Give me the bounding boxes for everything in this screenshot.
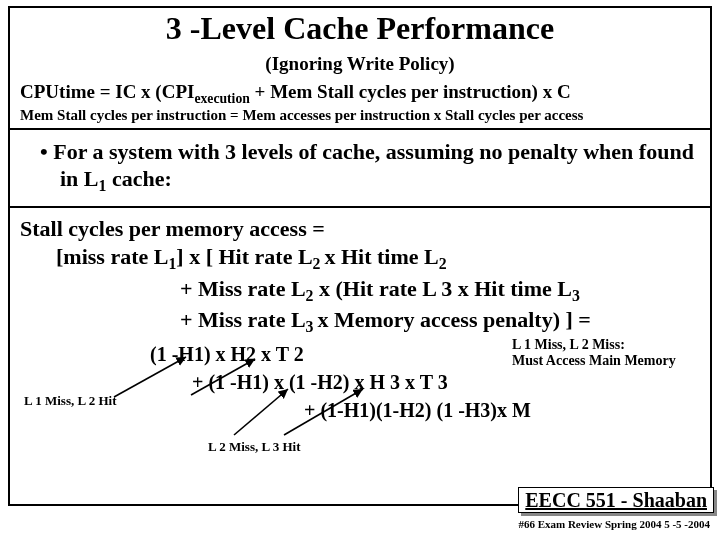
- equation-cputime: CPUtime = IC x (CPIexecution + Mem Stall…: [20, 81, 700, 107]
- arrow-l2miss-l3hit-2: [278, 385, 378, 440]
- expansion-block: (1 -H1) x H2 x T 2 + (1 -H1) x (1 -H2) x…: [20, 343, 700, 473]
- stall-eq-line1: [miss rate L1] x [ Hit rate L2 x Hit tim…: [20, 244, 700, 273]
- miss-note-line1: L 1 Miss, L 2 Miss:: [512, 337, 625, 354]
- divider-top: [10, 128, 710, 130]
- stall-heading: Stall cycles per memory access =: [20, 216, 700, 242]
- bullet-text: For a system with 3 levels of cache, ass…: [53, 139, 694, 192]
- svg-line-0: [114, 357, 186, 397]
- slide-frame: 3 -Level Cache Performance (Ignoring Wri…: [8, 6, 712, 506]
- label-l1miss-l2hit: L 1 Miss, L 2 Hit: [24, 393, 116, 409]
- svg-line-3: [284, 389, 363, 435]
- course-badge: EECC 551 - Shaaban: [518, 487, 714, 513]
- slide-footer-meta: #66 Exam Review Spring 2004 5 -5 -2004: [518, 518, 710, 530]
- footer-badge: EECC 551 - Shaaban: [518, 489, 714, 512]
- miss-note-line2: Must Access Main Memory: [512, 353, 676, 370]
- slide-title: 3 -Level Cache Performance: [20, 10, 700, 47]
- slide-subtitle: (Ignoring Write Policy): [20, 53, 700, 75]
- equation-memstall: Mem Stall cycles per instruction = Mem a…: [20, 107, 700, 124]
- stall-eq-line2: + Miss rate L2 x (Hit rate L 3 x Hit tim…: [20, 276, 700, 305]
- divider-mid: [10, 206, 710, 208]
- label-l2miss-l3hit: L 2 Miss, L 3 Hit: [208, 439, 300, 455]
- stall-eq-line3: + Miss rate L3 x Memory access penalty) …: [20, 307, 700, 336]
- bullet-point: • For a system with 3 levels of cache, a…: [20, 138, 700, 197]
